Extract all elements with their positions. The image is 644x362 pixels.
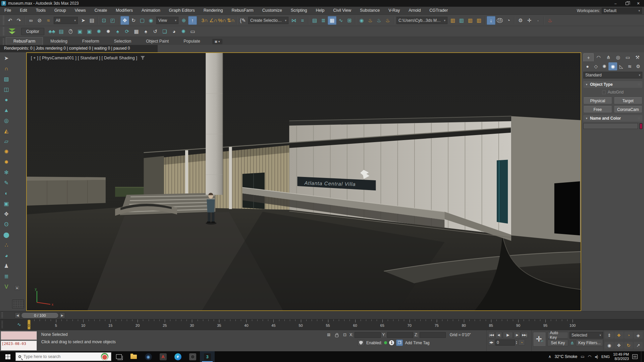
layers-icon[interactable]: ≣ xyxy=(2,271,11,282)
shapes-category[interactable]: ◇ xyxy=(592,62,600,70)
taskbar-search[interactable] xyxy=(15,352,111,361)
maximize-viewport-button[interactable]: ↗ xyxy=(634,342,643,349)
menu-rebusfarm[interactable]: RebusFarm xyxy=(227,7,258,14)
scene-explorer-icon[interactable]: ▤ xyxy=(310,16,319,25)
set-key-button[interactable]: Set Key xyxy=(547,340,568,346)
rebus-manager-icon[interactable]: ▥ xyxy=(457,16,466,25)
schematic-view-icon[interactable]: ⊞ xyxy=(345,16,354,25)
magnet-icon[interactable]: ∩ xyxy=(2,63,11,74)
weather-status[interactable]: 32°C Smoke xyxy=(555,354,578,359)
select-by-name-icon[interactable]: ▤ xyxy=(88,16,96,25)
settings-pencil-icon[interactable]: ⚙ xyxy=(516,16,525,25)
cylinder-icon[interactable]: ◫ xyxy=(2,84,11,95)
maxscript-mini-listener[interactable]: [2023-08-03 xyxy=(0,330,38,351)
material-editor-icon[interactable]: ◉ xyxy=(357,16,366,25)
restore-button[interactable] xyxy=(621,0,633,7)
help-icon[interactable]: ? xyxy=(66,27,75,36)
tree-icon[interactable]: ♠ xyxy=(113,27,122,36)
vray-v-icon[interactable]: V xyxy=(2,282,11,292)
time-tag-cube-icon[interactable]: ❒ xyxy=(396,340,403,346)
rebusfarm-logo-icon[interactable] xyxy=(6,27,18,36)
lamp-icon[interactable]: ✺ xyxy=(2,146,11,157)
listener-script-pane[interactable]: [2023-08-03 xyxy=(1,341,37,351)
bulb-gear-icon[interactable]: ✺ xyxy=(179,27,188,36)
spiral-icon[interactable]: ✻ xyxy=(2,167,11,178)
photo-stack-icon[interactable]: ❏ xyxy=(160,27,169,36)
pyramid-icon[interactable]: ◭ xyxy=(2,126,11,136)
vray-render-icon[interactable]: ♨ xyxy=(546,16,554,25)
menu-create[interactable]: Create xyxy=(90,7,112,14)
hidden-icons-caret[interactable]: ∧ xyxy=(548,354,551,359)
key-mode-dropdown[interactable]: Selected▾ xyxy=(570,332,603,339)
mirror-icon[interactable]: ⋈ xyxy=(289,16,298,25)
select-cursor-icon[interactable]: ➤ xyxy=(2,53,11,63)
plane-icon[interactable]: ▱ xyxy=(2,136,11,146)
autogrid-checkbox[interactable] xyxy=(602,90,606,94)
ribbon-tab-object-paint[interactable]: Object Paint xyxy=(139,38,176,45)
menu-tools[interactable]: Tools xyxy=(32,7,50,14)
close-button[interactable]: ✕ xyxy=(633,0,644,7)
render-setup-icon[interactable]: ♨ xyxy=(366,16,375,25)
hand-icon[interactable]: ✥ xyxy=(2,209,11,219)
ball-icon[interactable]: ⬤ xyxy=(2,230,11,240)
loop-icon[interactable]: ↺ xyxy=(151,27,160,36)
camera-type-dropdown[interactable]: Standard▾ xyxy=(583,72,642,78)
undo-icon[interactable]: ↶ xyxy=(6,16,14,25)
expand-tray-button[interactable]: ▸ xyxy=(15,285,20,290)
steam-app-button[interactable]: ◉ xyxy=(141,351,156,362)
next-frame-button[interactable]: |▶ xyxy=(514,332,520,338)
display-icon[interactable]: ▭ xyxy=(581,354,584,359)
snap-toggle-3d-icon[interactable]: 3∩ xyxy=(200,16,209,25)
edit-named-selections-icon[interactable]: {✎ xyxy=(238,16,247,25)
ribbon-tab-selection[interactable]: Selection xyxy=(107,38,139,45)
select-object-icon[interactable]: ➤ xyxy=(79,16,88,25)
menu-group[interactable]: Group xyxy=(50,7,70,14)
menu-file[interactable]: File xyxy=(0,7,15,14)
systems-category[interactable]: ⚙ xyxy=(634,62,642,70)
rebus-submit-icon[interactable]: ▥ xyxy=(448,16,457,25)
previous-frame-button[interactable]: ◀| xyxy=(495,332,502,338)
image-grid-icon[interactable]: ▦ xyxy=(132,27,141,36)
space-warps-category[interactable]: ≋ xyxy=(626,62,634,70)
object-type-rollout[interactable]: ▼ Object Type ∷ xyxy=(583,81,642,88)
cameras-category[interactable]: ◉ xyxy=(608,62,617,70)
display-tab[interactable]: ▭ xyxy=(623,53,633,61)
menu-animation[interactable]: Animation xyxy=(137,7,165,14)
object-type-coronacam-button[interactable]: CoronaCam xyxy=(614,106,643,113)
file-explorer-button[interactable] xyxy=(126,351,141,362)
timeline-ruler[interactable]: 0510152025303540455055606570758085909510… xyxy=(23,319,578,330)
hierarchy-tab[interactable]: ⋔ xyxy=(603,53,613,61)
next-frame-arrow[interactable]: ▶ xyxy=(59,312,65,318)
dot-icon[interactable]: · xyxy=(534,16,542,25)
geometry-category[interactable]: ● xyxy=(583,62,592,70)
rebus-download-icon[interactable]: ▥ xyxy=(475,16,483,25)
ribbon-tab-populate[interactable]: Populate xyxy=(176,38,207,45)
notes-document-icon[interactable]: ▤ xyxy=(57,27,66,36)
play-button[interactable]: ▶ xyxy=(503,332,513,338)
menu-v-ray[interactable]: V-Ray xyxy=(384,7,404,14)
task-view-button[interactable] xyxy=(111,351,126,362)
create-tab[interactable]: + xyxy=(583,53,594,61)
key-step-toggle[interactable]: ◀▶ xyxy=(488,339,495,346)
notification-center-icon[interactable] xyxy=(632,354,638,359)
rendered-frame-window-icon[interactable]: ♨ xyxy=(375,16,383,25)
name-and-color-rollout[interactable]: ▼ Name and Color ∷ xyxy=(583,115,642,122)
ribbon-tab-modeling[interactable]: Modeling xyxy=(43,38,75,45)
capture-app-button[interactable] xyxy=(185,351,200,362)
modify-tab[interactable]: ◠ xyxy=(594,53,603,61)
motion-tab[interactable]: ◎ xyxy=(613,53,623,61)
droplet-icon[interactable]: ʘ xyxy=(2,219,11,230)
y-coordinate-field[interactable] xyxy=(387,332,413,338)
angle-snap-icon[interactable]: ∠∩ xyxy=(209,16,218,25)
viewport-label[interactable]: [ + ] [ PhysCamera001 ] [ Standard ] [ D… xyxy=(31,56,137,60)
camera-add-icon[interactable]: ▣ xyxy=(85,27,94,36)
object-type-target-button[interactable]: Target xyxy=(614,97,643,104)
search-input[interactable] xyxy=(23,354,99,359)
select-and-link-icon[interactable]: ∞ xyxy=(26,16,35,25)
orb-icon[interactable]: ◕ xyxy=(2,250,11,261)
menu-graph-editors[interactable]: Graph Editors xyxy=(165,7,199,14)
project-folder-dropdown[interactable]: C:\Users\Cyb...3ds Max 2023▾ xyxy=(396,17,447,24)
show-desktop-button[interactable] xyxy=(641,351,643,362)
x-coordinate-field[interactable] xyxy=(355,332,381,338)
3dsmax-taskbar-button[interactable]: 3 xyxy=(200,351,215,362)
